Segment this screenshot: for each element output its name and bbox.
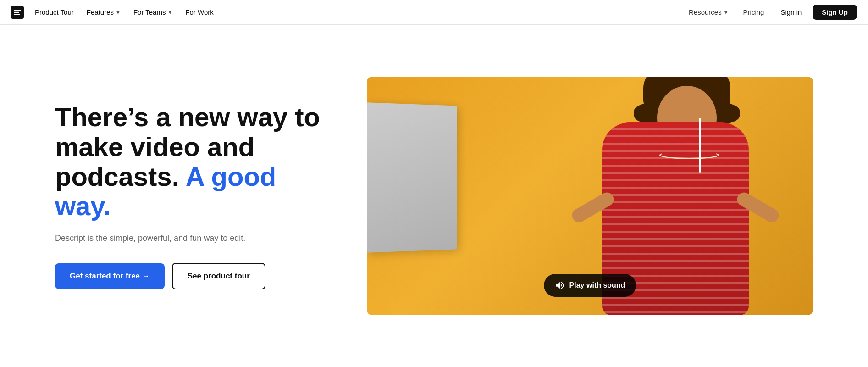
nav-item-pricing[interactable]: Pricing <box>738 6 770 19</box>
speaker-icon <box>555 280 565 290</box>
svg-rect-2 <box>14 11 19 13</box>
for-teams-chevron-icon: ▼ <box>167 10 172 15</box>
person-necklace <box>659 151 719 159</box>
svg-rect-3 <box>14 14 20 15</box>
earphone-cord <box>699 118 701 173</box>
sign-up-button[interactable]: Sign Up <box>813 5 857 20</box>
hero-headline: There’s a new way to make video and podc… <box>55 102 330 222</box>
see-product-tour-button[interactable]: See product tour <box>172 263 265 289</box>
nav-item-product-tour[interactable]: Product Tour <box>29 6 79 19</box>
get-started-button[interactable]: Get started for free → <box>55 263 165 289</box>
play-with-sound-label: Play with sound <box>569 281 625 289</box>
svg-rect-1 <box>14 10 21 11</box>
resources-chevron-icon: ▼ <box>724 10 729 15</box>
nav-left: Product Tour Features ▼ For Teams ▼ For … <box>29 6 683 19</box>
nav-right: Resources ▼ Pricing Sign in Sign Up <box>683 5 857 20</box>
nav-item-for-teams[interactable]: For Teams ▼ <box>128 6 178 19</box>
monitor-graphic <box>367 102 457 253</box>
play-with-sound-button[interactable]: Play with sound <box>544 274 636 297</box>
sign-in-button[interactable]: Sign in <box>773 6 809 19</box>
hero-buttons: Get started for free → See product tour <box>55 263 330 289</box>
hero-section: There’s a new way to make video and podc… <box>0 25 868 367</box>
hero-subtext: Descript is the simple, powerful, and fu… <box>55 232 330 245</box>
nav-item-for-work[interactable]: For Work <box>180 6 219 19</box>
video-background: Play with sound <box>367 77 813 315</box>
hero-video: Play with sound <box>367 77 813 315</box>
logo[interactable] <box>11 6 24 19</box>
nav-item-resources[interactable]: Resources ▼ <box>683 6 734 19</box>
nav-item-features[interactable]: Features ▼ <box>81 6 126 19</box>
features-chevron-icon: ▼ <box>116 10 121 15</box>
logo-icon <box>11 6 24 19</box>
navbar: Product Tour Features ▼ For Teams ▼ For … <box>0 0 868 25</box>
hero-content: There’s a new way to make video and podc… <box>55 102 330 290</box>
